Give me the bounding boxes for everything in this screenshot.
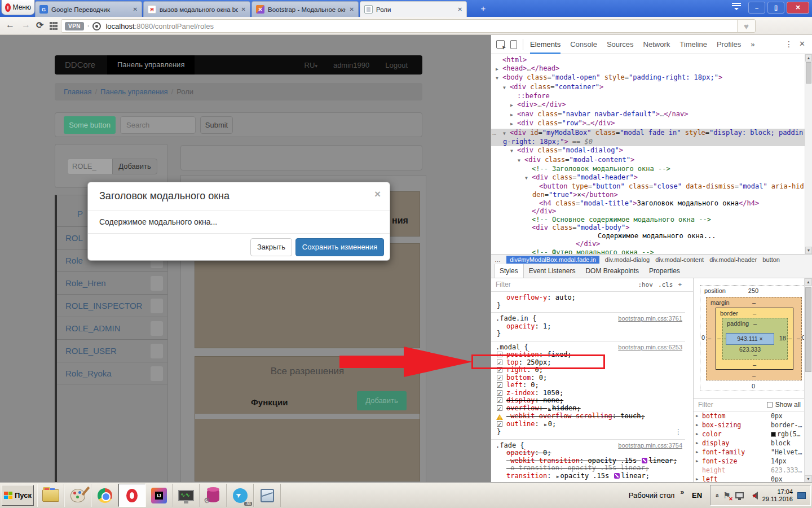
css-property[interactable]: opacity: 0; <box>496 449 685 457</box>
computed-property[interactable]: ▶font-family"Helvet… <box>694 448 804 457</box>
scroll-thumb[interactable] <box>805 287 811 372</box>
new-tab-button[interactable]: + <box>476 4 490 14</box>
expand-arrow-icon[interactable]: ▶ <box>496 65 502 74</box>
vpn-badge[interactable]: VPN <box>65 22 84 30</box>
breadcrumb-crumb[interactable]: div.modal-header <box>709 256 757 263</box>
expand-arrow-open-icon[interactable]: ▼ <box>496 75 502 83</box>
dom-node[interactable]: ▶<div>…</div> <box>491 100 805 110</box>
stylesheet-link[interactable]: bootstrap.min.css:3754 <box>618 442 682 450</box>
computed-property[interactable]: ▶left0px <box>694 475 804 483</box>
role-row[interactable]: ROLE_INSPECTOR <box>57 294 167 317</box>
expand-arrow-icon[interactable]: ▶ <box>696 430 698 439</box>
devtools-tab-console[interactable]: Console <box>570 35 597 54</box>
role-row-handle[interactable] <box>151 344 163 358</box>
taskbar-intellij-icon[interactable]: IJ <box>145 484 173 507</box>
scroll-up-icon[interactable]: ▲ <box>805 54 812 62</box>
rule-kebab-icon[interactable]: ⋮ <box>675 428 682 436</box>
start-button[interactable]: Пуск <box>2 485 34 506</box>
property-checkbox[interactable]: ✓ <box>497 382 502 388</box>
devtools-tab-sources[interactable]: Sources <box>607 35 634 54</box>
dom-node[interactable]: <!-- Футер модального окна --> <box>491 248 805 254</box>
expand-arrow-icon[interactable]: ▶ <box>510 111 517 120</box>
devtools-tab-elements[interactable]: Elements <box>530 35 561 54</box>
bookmark-heart-icon[interactable]: ♥ <box>737 20 755 32</box>
close-button[interactable]: ✕ <box>787 2 809 14</box>
dom-scrollbar[interactable]: ▲ ▼ <box>805 54 812 254</box>
dom-node[interactable]: </div> <box>491 240 805 248</box>
tab-close-icon[interactable]: ✕ <box>350 6 354 12</box>
css-property[interactable]: -o-transition: opacity .15s linear; <box>496 465 685 472</box>
dom-node[interactable]: Содержимое модального окна... <box>491 232 805 240</box>
styles-filter-input[interactable]: Filter <box>496 281 511 288</box>
devtools-tab-timeline[interactable]: Timeline <box>679 35 707 54</box>
tab-close-icon[interactable]: ✕ <box>133 6 138 12</box>
breadcrumb-item[interactable]: Панель управления <box>100 87 167 96</box>
browser-tab[interactable]: Bootstrap - Модальное окно✕ <box>251 1 359 17</box>
search-input[interactable]: Search <box>120 116 196 134</box>
cubic-bezier-icon[interactable] <box>642 458 647 463</box>
dom-node[interactable]: ▼<body class="modal-open" style="padding… <box>491 73 805 83</box>
role-row-handle[interactable] <box>151 276 163 291</box>
dom-node[interactable]: ▼<div class="modal-content"> <box>491 156 805 165</box>
taskbar-chrome-icon[interactable] <box>91 484 118 507</box>
role-row[interactable]: ROLE_USER <box>57 339 167 362</box>
expand-arrow-open-icon[interactable]: ▼ <box>525 174 532 183</box>
css-property[interactable]: opacity: 1; <box>496 323 685 331</box>
expand-arrow-icon[interactable]: ▶ <box>696 475 698 483</box>
clock[interactable]: 17:04 29.11.2016 <box>762 488 793 503</box>
dom-node[interactable]: ▼<div class="modal-dialog"> <box>491 146 805 156</box>
tab-menu-icon[interactable] <box>727 2 746 14</box>
speaker-muted-icon[interactable]: ✕ <box>748 492 758 500</box>
modal-save-button[interactable]: Сохранить изменения <box>295 238 384 256</box>
css-property[interactable]: overflow-y: auto; <box>496 294 685 302</box>
expand-arrow-icon[interactable]: ▶ <box>696 457 698 466</box>
expand-arrow-open-icon[interactable]: ▼ <box>503 84 510 93</box>
cls-toggle[interactable]: .cls <box>658 281 673 288</box>
devtools-tab-network[interactable]: Network <box>643 35 670 54</box>
dom-node[interactable]: <!-- Заголовок модального окна --> <box>491 165 805 173</box>
opera-menu-button[interactable]: Меню <box>1 0 35 15</box>
dom-node[interactable]: <h4 class="modal-title">Заголовок модаль… <box>491 199 805 208</box>
scroll-down-icon[interactable]: ▼ <box>805 247 812 254</box>
some-button[interactable]: Some button <box>64 116 116 134</box>
tab-close-icon[interactable]: ✕ <box>458 6 462 12</box>
dom-node[interactable]: <div class="modal-body"> <box>491 224 805 232</box>
breadcrumb-crumb[interactable]: … <box>495 256 501 263</box>
role-row[interactable]: Role_Hren <box>57 271 167 294</box>
inspect-element-icon[interactable] <box>496 40 505 49</box>
browser-tab[interactable]: Роли✕ <box>360 1 467 17</box>
css-property[interactable]: ✓display: none; <box>496 397 685 405</box>
dom-node[interactable]: <html> <box>491 56 805 64</box>
tab-close-icon[interactable]: ✕ <box>241 6 246 12</box>
computed-property[interactable]: ▶font-size14px <box>694 457 804 466</box>
maximize-button[interactable]: ▯ <box>767 2 784 14</box>
reload-icon[interactable]: ⟳ <box>36 20 43 30</box>
property-checkbox[interactable]: ✓ <box>497 405 502 411</box>
stylesheet-link[interactable]: bootstrap.min.css:3761 <box>618 315 682 323</box>
expand-arrow-icon[interactable]: ▶ <box>696 448 698 457</box>
role-row[interactable]: ROLE_ADMIN <box>57 317 167 339</box>
language-indicator[interactable]: EN <box>692 491 702 500</box>
css-property[interactable]: -webkit-overflow-scrolling: touch; <box>496 413 685 421</box>
expand-arrow-open-icon[interactable]: ▼ <box>510 147 517 156</box>
expand-arrow-icon[interactable]: ▶ <box>696 439 698 448</box>
expand-arrow-icon[interactable]: ▶ <box>696 421 698 430</box>
property-checkbox[interactable]: ✓ <box>497 390 502 396</box>
devtools-tab-profiles[interactable]: Profiles <box>717 35 741 54</box>
scroll-down-icon[interactable]: ▼ <box>805 475 812 483</box>
dom-node[interactable]: ▶<div class="row">…</div> <box>491 119 805 129</box>
taskbar-opera-icon[interactable] <box>118 484 145 507</box>
dom-node[interactable]: <!-- Основное содержимое модального окна… <box>491 216 805 224</box>
stylesheet-link[interactable]: bootstrap.min.css:6253 <box>618 344 682 352</box>
device-mode-icon[interactable] <box>510 40 517 49</box>
taskbar-folder-icon[interactable] <box>37 484 64 507</box>
tray-collapse-icon[interactable]: » <box>713 493 720 497</box>
url-field[interactable]: VPN · localhost :8080/controlPanel/roles… <box>61 19 756 33</box>
dom-node[interactable]: ▼<div id="myModalBox" class="modal fade … <box>491 129 805 146</box>
role-add-button[interactable]: Добавить <box>112 159 157 174</box>
computed-property[interactable]: ▶colorrgb(5… <box>694 430 804 439</box>
back-icon[interactable]: ← <box>6 20 15 30</box>
css-property[interactable]: ✓z-index: 1050; <box>496 389 685 397</box>
scroll-up-icon[interactable]: ▲ <box>805 278 812 286</box>
browser-tab[interactable]: Google Переводчик✕ <box>35 1 142 17</box>
